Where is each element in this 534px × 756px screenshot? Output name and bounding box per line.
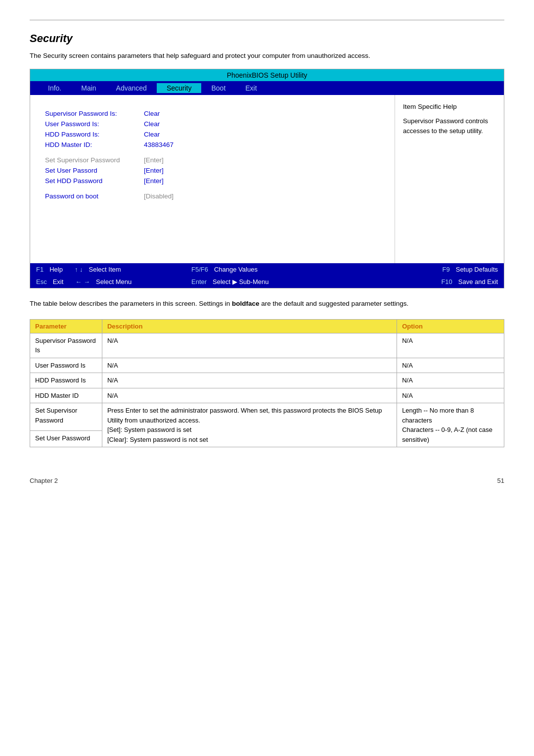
key-esc: Esc [34, 277, 49, 286]
label-set-user-pw: Set User Passord [45, 167, 144, 174]
nav-exit[interactable]: Exit [235, 83, 267, 93]
label-user-pw-is: User Password Is: [45, 120, 144, 128]
cell-desc: Press Enter to set the administrator pas… [102, 403, 397, 447]
key-leftright: ← → [73, 277, 92, 286]
chapter-label: Chapter 2 [30, 477, 58, 484]
col-header-option: Option [397, 319, 504, 333]
bios-footer-row1: F1 Help ↑ ↓ Select Item F5/F6 Change Val… [30, 263, 504, 276]
value-set-supervisor-pw: [Enter] [144, 156, 164, 164]
nav-main[interactable]: Main [71, 83, 106, 93]
nav-info[interactable]: Info. [38, 83, 71, 93]
label-pw-on-boot: Password on boot [45, 192, 144, 200]
cell-desc: N/A [102, 373, 397, 388]
cell-option: N/A [397, 358, 504, 373]
key-enter: Enter [189, 277, 209, 286]
bios-row-supervisor-pw-is: Supervisor Password Is: Clear [45, 110, 380, 117]
table-row: User Password Is N/A N/A [30, 358, 504, 373]
desc-select-submenu: Select ▶ Sub-Menu [211, 277, 270, 286]
cell-desc: N/A [102, 388, 397, 403]
bios-right-panel: Item Specific Help Supervisor Password c… [395, 95, 504, 263]
page-number: 51 [497, 477, 504, 484]
value-set-hdd-pw: [Enter] [144, 177, 164, 185]
help-title: Item Specific Help [403, 103, 496, 110]
bios-row-hdd-master-id: HDD Master ID: 43883467 [45, 141, 380, 148]
cell-param: HDD Master ID [30, 388, 102, 403]
key-f1: F1 [34, 265, 45, 274]
bios-row-set-hdd-pw: Set HDD Password [Enter] [45, 177, 380, 185]
key-f5f6: F5/F6 [189, 265, 210, 274]
top-divider [30, 20, 504, 20]
bios-left-panel: Supervisor Password Is: Clear User Passw… [30, 95, 395, 263]
value-hdd-pw-is: Clear [144, 131, 160, 138]
cell-param: User Password Is [30, 358, 102, 373]
help-text: Supervisor Password controls accesses to… [403, 116, 496, 136]
col-header-description: Description [102, 319, 397, 333]
footer-f10: F10 Save and Exit [345, 277, 500, 286]
bios-setup-box: PhoenixBIOS Setup Utility Info. Main Adv… [30, 69, 504, 288]
cell-option: N/A [397, 333, 504, 358]
bios-title-bar: PhoenixBIOS Setup Utility [30, 69, 504, 81]
table-row: Supervisor Password Is N/A N/A [30, 333, 504, 358]
bios-footer-row2: Esc Exit ← → Select Menu Enter Select ▶ … [30, 276, 504, 288]
footer-f1-help: F1 Help ↑ ↓ Select Item [34, 265, 189, 274]
cell-param: HDD Password Is [30, 373, 102, 388]
cell-param: Set Supervisor Password [30, 403, 102, 430]
bios-row-pw-on-boot: Password on boot [Disabled] [45, 192, 380, 200]
nav-boot[interactable]: Boot [201, 83, 235, 93]
footer-f5f6: F5/F6 Change Values [189, 265, 345, 274]
body-note: The table below describes the parameters… [30, 298, 504, 309]
key-updown: ↑ ↓ [73, 265, 85, 274]
desc-select-item: Select Item [87, 265, 123, 274]
bios-main-content: Supervisor Password Is: Clear User Passw… [30, 95, 504, 263]
key-f10: F10 [439, 277, 454, 286]
value-hdd-master-id: 43883467 [144, 141, 174, 148]
nav-security[interactable]: Security [157, 83, 202, 93]
table-row: HDD Master ID N/A N/A [30, 388, 504, 403]
page-footer: Chapter 2 51 [30, 477, 504, 484]
nav-advanced[interactable]: Advanced [106, 83, 157, 93]
desc-save-exit: Save and Exit [456, 277, 500, 286]
label-hdd-pw-is: HDD Password Is: [45, 131, 144, 138]
label-set-hdd-pw: Set HDD Password [45, 177, 144, 185]
value-set-user-pw: [Enter] [144, 167, 164, 174]
footer-f9: F9 Setup Defaults [345, 265, 500, 274]
col-header-parameter: Parameter [30, 319, 102, 333]
cell-option: N/A [397, 388, 504, 403]
value-supervisor-pw-is: Clear [144, 110, 160, 117]
parameter-table: Parameter Description Option Supervisor … [30, 319, 504, 448]
table-row: HDD Password Is N/A N/A [30, 373, 504, 388]
label-hdd-master-id: HDD Master ID: [45, 141, 144, 148]
cell-option: Length -- No more than 8 characters Char… [397, 403, 504, 447]
bios-row-hdd-pw-is: HDD Password Is: Clear [45, 131, 380, 138]
key-f9: F9 [441, 265, 452, 274]
desc-help: Help [47, 265, 65, 274]
desc-change-values: Change Values [212, 265, 260, 274]
value-user-pw-is: Clear [144, 120, 160, 128]
cell-option: N/A [397, 373, 504, 388]
bios-row-set-supervisor-pw: Set Supervisor Password [Enter] [45, 156, 380, 164]
footer-enter: Enter Select ▶ Sub-Menu [189, 277, 345, 286]
footer-esc-exit: Esc Exit ← → Select Menu [34, 277, 189, 286]
page-title: Security [30, 32, 504, 45]
bios-row-user-pw-is: User Password Is: Clear [45, 120, 380, 128]
value-pw-on-boot: [Disabled] [144, 192, 174, 200]
desc-select-menu: Select Menu [94, 277, 134, 286]
cell-desc: N/A [102, 333, 397, 358]
label-supervisor-pw-is: Supervisor Password Is: [45, 110, 144, 117]
bios-row-set-user-pw: Set User Passord [Enter] [45, 167, 380, 174]
cell-param: Supervisor Password Is [30, 333, 102, 358]
desc-setup-defaults: Setup Defaults [454, 265, 500, 274]
cell-param: Set User Password [30, 430, 102, 447]
label-set-supervisor-pw: Set Supervisor Password [45, 156, 144, 164]
cell-desc: N/A [102, 358, 397, 373]
desc-exit: Exit [51, 277, 66, 286]
table-row: Set Supervisor Password Press Enter to s… [30, 403, 504, 430]
bios-nav: Info. Main Advanced Security Boot Exit [30, 81, 504, 95]
intro-text: The Security screen contains parameters … [30, 51, 504, 61]
